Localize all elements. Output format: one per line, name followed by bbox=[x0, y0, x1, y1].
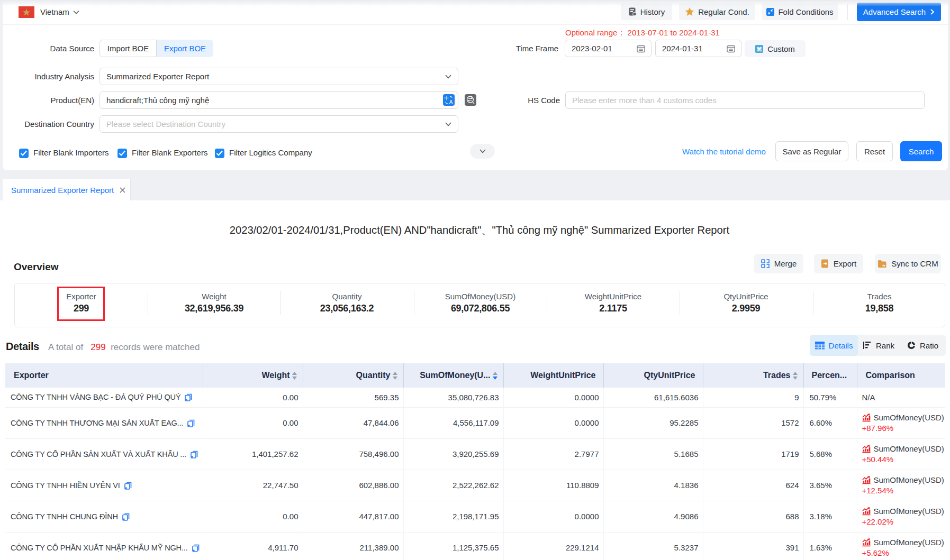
svg-text:⌘: ⌘ bbox=[756, 45, 762, 52]
svg-text:A: A bbox=[449, 99, 453, 105]
svg-text:中: 中 bbox=[445, 95, 449, 100]
